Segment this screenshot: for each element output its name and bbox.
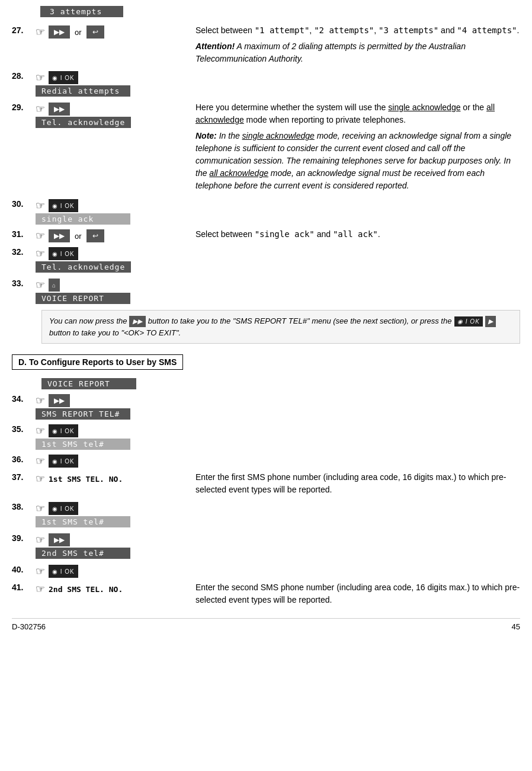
step-34-btn-row: ☞ ▶▶ [36,394,70,407]
step-38-visual: ☞ ◉ I OK 1st SMS tel# [36,501,190,527]
step-32-visual: ☞ ◉ I OK Tel. acknowledge [36,246,190,273]
hand-icon-28: ☞ [36,71,45,84]
step-39-btn-row: ☞ ▶▶ [36,533,70,546]
step-33-visual: ☞ ⌂ VOICE REPORT [36,277,190,304]
step-40-row: 40. ☞ ◉ I OK [12,564,520,578]
hand-icon-41: ☞ [36,583,45,596]
back-btn-31[interactable]: ↩ [86,229,104,242]
section-d-display-row: VOICE REPORT [41,377,520,389]
hand-icon-33: ☞ [36,279,45,292]
note-ok-btn[interactable]: ◉ I OK [454,316,483,327]
step-31-num: 31. [12,228,36,239]
step-35-btn-row: ☞ ◉ I OK [36,424,78,437]
step-41-row: 41. ☞ 2nd SMS TEL. NO. Enter the second … [12,581,520,606]
home-btn-33[interactable]: ⌂ [49,279,60,292]
step-38-row: 38. ☞ ◉ I OK 1st SMS tel# [12,501,520,527]
step-41-desc: Enter the second SMS phone number (inclu… [190,581,520,606]
footer-right: 45 [512,622,520,631]
fwd-btn-34[interactable]: ▶▶ [49,394,70,407]
step-40-num: 40. [12,564,36,574]
step-27-main-text: Select between "1 attempt", "2 attempts"… [196,24,520,37]
step-36-visual: ☞ ◉ I OK [36,453,190,468]
step-28-label: Redial attempts [36,85,130,97]
ok-btn-36[interactable]: ◉ I OK [49,455,78,468]
hand-icon-39: ☞ [36,533,45,546]
step-41-btn-row: ☞ 2nd SMS TEL. NO. [36,583,123,596]
top-display-row: 3 attempts [12,6,520,20]
step-40-visual: ☞ ◉ I OK [36,564,190,578]
footer-left: D-302756 [12,622,46,631]
step-36-btn-row: ☞ ◉ I OK [36,455,78,468]
ok-btn-35[interactable]: ◉ I OK [49,424,78,437]
step-39-visual: ☞ ▶▶ 2nd SMS tel# [36,532,190,559]
hand-icon-30: ☞ [36,199,45,212]
step-41-num: 41. [12,581,36,592]
page-content: 3 attempts 27. ☞ ▶▶ or ↩ Select between … [12,6,520,631]
step-28-visual: ☞ ◉ I OK Redial attempts [36,70,190,97]
step-30-btn-row: ☞ ◉ I OK [36,199,78,212]
step-37-num: 37. [12,471,36,482]
ok-btn-38[interactable]: ◉ I OK [49,502,78,515]
step-30-row: 30. ☞ ◉ I OK single ack [12,198,520,225]
step-36-num: 36. [12,453,36,464]
hand-icon-29: ☞ [36,103,45,116]
step-35-row: 35. ☞ ◉ I OK 1st SMS tel# [12,423,520,450]
note-back-btn[interactable]: ▶ [485,316,496,327]
back-btn-27[interactable]: ↩ [86,25,104,39]
step-37-visual: ☞ 1st SMS TEL. NO. [36,471,190,485]
step-29-num: 29. [12,101,36,112]
step-31-text: Select between "single ack" and "all ack… [196,228,520,241]
hand-icon-40: ☞ [36,565,45,578]
step-27-btn-row: ☞ ▶▶ or ↩ [36,25,104,39]
fwd-btn-39[interactable]: ▶▶ [49,533,70,546]
step-33-row: 33. ☞ ⌂ VOICE REPORT [12,277,520,304]
step-31-btn-row: ☞ ▶▶ or ↩ [36,229,104,242]
or-text-31: or [75,232,82,241]
step-40-btn-row: ☞ ◉ I OK [36,565,78,578]
hand-icon-32: ☞ [36,247,45,260]
step-31-desc: Select between "single ack" and "all ack… [190,228,520,241]
step-39-label: 2nd SMS tel# [36,548,130,559]
ok-btn-40[interactable]: ◉ I OK [49,565,78,578]
step-29-note: Note: In the single acknowledge mode, re… [196,130,520,192]
section-d-header-row: D. To Configure Reports to User by SMS [12,350,520,373]
step-33-label: VOICE REPORT [36,293,130,304]
step-29-desc: Here you determine whether the system wi… [190,101,520,192]
note-fwd-btn[interactable]: ▶▶ [129,316,146,327]
step-33-btn-row: ☞ ⌂ [36,279,60,292]
step-32-num: 32. [12,246,36,257]
step-33-num: 33. [12,277,36,288]
step-28-row: 28. ☞ ◉ I OK Redial attempts [12,70,520,97]
step-35-label: 1st SMS tel# [36,439,130,450]
step-36-row: 36. ☞ ◉ I OK [12,453,520,468]
step-29-row: 29. ☞ ▶▶ Tel. acknowledge Here you deter… [12,101,520,192]
step-38-label: 1st SMS tel# [36,516,130,527]
hand-icon-36: ☞ [36,455,45,468]
top-display-label: 3 attempts [40,6,123,17]
note-box: You can now press the ▶▶ button to take … [41,310,520,344]
section-d-display-label: VOICE REPORT [41,378,136,389]
note-text-after: button to take you to "<OK> TO EXIT". [49,328,181,337]
step-37-btn-row: ☞ 1st SMS TEL. NO. [36,472,123,485]
fwd-btn-29[interactable]: ▶▶ [49,103,70,116]
step-28-btn-row: ☞ ◉ I OK [36,71,78,84]
ok-btn-28[interactable]: ◉ I OK [49,71,78,84]
step-41-text: 2nd SMS TEL. NO. [49,585,123,594]
ok-btn-30[interactable]: ◉ I OK [49,199,78,212]
fwd-btn-27[interactable]: ▶▶ [49,25,70,39]
step-29-visual: ☞ ▶▶ Tel. acknowledge [36,101,190,128]
step-31-row: 31. ☞ ▶▶ or ↩ Select between "single ack… [12,228,520,242]
step-35-visual: ☞ ◉ I OK 1st SMS tel# [36,423,190,450]
hand-icon-37: ☞ [36,472,45,485]
top-display-visual: 3 attempts [40,6,123,20]
step-32-row: 32. ☞ ◉ I OK Tel. acknowledge [12,246,520,273]
note-text-middle: button to take you to the "SMS REPORT TE… [148,316,454,325]
step-34-row: 34. ☞ ▶▶ SMS REPORT TEL# [12,393,520,420]
fwd-btn-31[interactable]: ▶▶ [49,229,70,242]
page-footer: D-302756 45 [12,618,520,631]
step-27-desc: Select between "1 attempt", "2 attempts"… [190,24,520,65]
step-39-row: 39. ☞ ▶▶ 2nd SMS tel# [12,532,520,559]
ok-btn-32[interactable]: ◉ I OK [49,247,78,260]
step-34-visual: ☞ ▶▶ SMS REPORT TEL# [36,393,190,420]
step-27-row: 27. ☞ ▶▶ or ↩ Select between "1 attempt"… [12,24,520,65]
